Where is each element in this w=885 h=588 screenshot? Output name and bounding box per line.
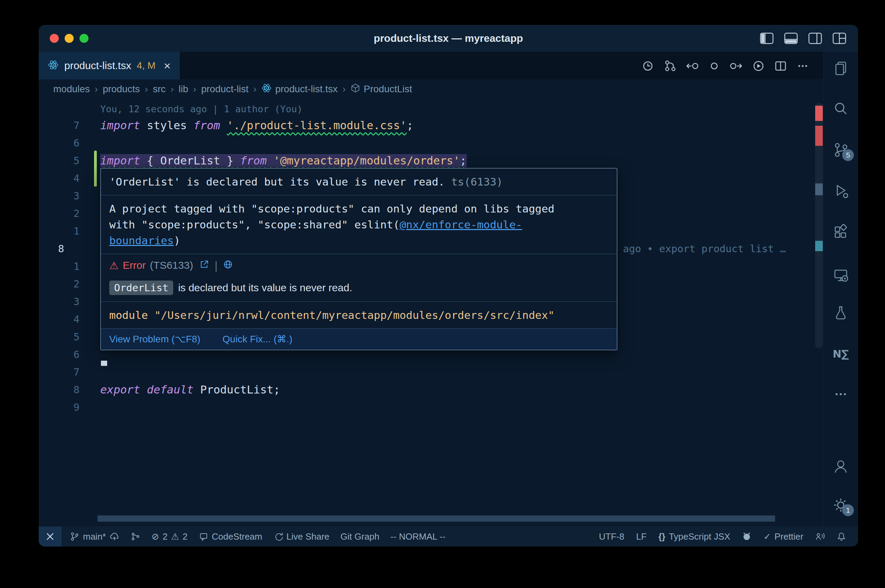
- code-token: import: [100, 154, 140, 167]
- liveshare-icon: [273, 532, 283, 542]
- code-token: [140, 383, 147, 396]
- open-changes-icon[interactable]: [664, 59, 676, 72]
- breadcrumb-item[interactable]: product-list: [201, 84, 249, 94]
- code-token: styles: [140, 119, 194, 132]
- vim-mode-label: -- NORMAL --: [391, 531, 446, 542]
- breadcrumb-label: product-list: [201, 84, 249, 94]
- code-line-row[interactable]: 8export default ProductList;: [39, 381, 823, 399]
- breadcrumb-item[interactable]: lib: [179, 84, 188, 94]
- breadcrumb-item[interactable]: product-list.tsx: [261, 83, 338, 96]
- sync-cloud-icon: [109, 531, 120, 542]
- code-line-row[interactable]: 5import { OrderList } from '@myreactapp/…: [39, 152, 823, 170]
- next-change-icon[interactable]: [730, 59, 742, 72]
- eol-status-item[interactable]: LF: [636, 531, 646, 542]
- breadcrumb-separator: ›: [95, 84, 98, 94]
- view-problem-link[interactable]: View Problem (⌥F8): [109, 332, 200, 346]
- remote-explorer-icon[interactable]: [823, 267, 858, 284]
- commit-graph-item[interactable]: [131, 532, 140, 542]
- problems-status-item[interactable]: ⊘ 2 ⚠ 2: [152, 531, 187, 542]
- quick-fix-link[interactable]: Quick Fix... (⌘.): [222, 332, 293, 346]
- code-token: ProductList;: [194, 383, 280, 396]
- overview-ruler-mark: [815, 241, 823, 251]
- breadcrumb-item[interactable]: src: [153, 84, 165, 94]
- breadcrumb-item[interactable]: ProductList: [350, 83, 412, 95]
- vscode-window: product-list.tsx — myreactapp: [39, 25, 858, 546]
- code-token: { OrderList }: [140, 154, 240, 167]
- split-editor-icon[interactable]: [774, 59, 787, 72]
- horizontal-scrollbar[interactable]: [98, 516, 775, 522]
- customize-layout-icon[interactable]: [832, 33, 846, 44]
- gitgraph-status-item[interactable]: Git Graph: [341, 531, 380, 542]
- more-views-icon[interactable]: [823, 386, 858, 402]
- nx-console-icon[interactable]: N∑: [823, 345, 858, 362]
- line-number: 4: [39, 170, 100, 187]
- search-icon[interactable]: [823, 100, 858, 117]
- liveshare-label: Live Share: [287, 531, 329, 542]
- change-indicator-icon[interactable]: [708, 59, 720, 72]
- line-number: 7: [39, 363, 100, 381]
- toggle-panel-icon[interactable]: [784, 33, 798, 44]
- remote-indicator[interactable]: [39, 526, 62, 546]
- encoding-label: UTF-8: [599, 531, 624, 542]
- github-icon: [742, 532, 751, 542]
- errors-icon: ⊘: [152, 531, 159, 542]
- globe-icon[interactable]: [223, 259, 233, 272]
- line-number: 2: [39, 205, 100, 222]
- language-status-item[interactable]: {} TypeScript JSX: [658, 531, 730, 542]
- warnings-count: 2: [183, 531, 187, 542]
- code-line-row[interactable]: 6: [39, 134, 823, 152]
- codestream-status-item[interactable]: CodeStream: [199, 531, 262, 542]
- eslint-rule-link-wrap[interactable]: boundaries: [109, 234, 174, 247]
- code-token: from: [194, 119, 220, 132]
- breadcrumb-item[interactable]: modules: [53, 84, 90, 94]
- toggle-sidebar-icon[interactable]: [760, 33, 774, 44]
- layout-controls: [760, 25, 846, 52]
- line-number: 8: [39, 240, 100, 258]
- toggle-secondary-sidebar-icon[interactable]: [808, 33, 822, 44]
- eslint-rule-link[interactable]: @nx/enforce-module-: [400, 218, 522, 231]
- branch-status-item[interactable]: main*: [70, 531, 120, 542]
- liveshare-status-item[interactable]: Live Share: [273, 531, 329, 542]
- breadcrumb-separator: ›: [193, 84, 196, 94]
- errors-count: 2: [162, 531, 167, 542]
- settings-gear-icon[interactable]: 1: [823, 497, 858, 513]
- github-status-item[interactable]: [742, 532, 751, 542]
- extensions-icon[interactable]: [823, 224, 858, 240]
- prettier-status-item[interactable]: ✓ Prettier: [763, 531, 804, 542]
- breadcrumb-label: ProductList: [364, 84, 412, 94]
- tab-dirty-badge: 4, M: [137, 60, 155, 71]
- tab-bar: product-list.tsx 4, M ×: [39, 52, 823, 80]
- more-actions-icon[interactable]: [796, 59, 809, 72]
- tab-product-list[interactable]: product-list.tsx 4, M ×: [39, 52, 180, 80]
- tab-close-icon[interactable]: ×: [164, 60, 171, 72]
- code-line-row[interactable]: 9: [39, 399, 823, 416]
- encoding-status-item[interactable]: UTF-8: [599, 531, 624, 542]
- cube-icon: [350, 83, 360, 95]
- code-token: export: [100, 383, 140, 396]
- feedback-status-item[interactable]: [815, 532, 825, 542]
- account-icon[interactable]: [823, 458, 858, 475]
- code-token: ;: [407, 119, 413, 132]
- open-external-icon[interactable]: [200, 259, 209, 272]
- testing-icon[interactable]: [823, 304, 858, 321]
- source-control-icon[interactable]: 5: [823, 142, 858, 158]
- breadcrumb-label: modules: [53, 84, 90, 94]
- run-debug-icon[interactable]: [823, 182, 858, 199]
- timeline-icon[interactable]: [642, 59, 654, 72]
- code-line: export default ProductList;: [100, 381, 280, 399]
- eslint-line1: A project tagged with "scope:products" c…: [109, 202, 554, 215]
- explorer-icon[interactable]: [823, 60, 858, 77]
- desktop-background: product-list.tsx — myreactapp: [0, 0, 885, 588]
- detail-text: is declared but its value is never read.: [178, 282, 352, 294]
- line-number: 9: [39, 399, 100, 416]
- line-number: 5: [39, 328, 100, 346]
- previous-change-icon[interactable]: [686, 59, 698, 72]
- notifications-status-item[interactable]: [837, 532, 846, 542]
- code-line-row[interactable]: 7: [39, 363, 823, 381]
- breadcrumb-item[interactable]: products: [103, 84, 140, 94]
- hover-error-row: ⚠ Error (TS6133) |: [101, 254, 617, 276]
- run-file-icon[interactable]: [752, 59, 765, 72]
- code-line-row[interactable]: 7import styles from './product-list.modu…: [39, 117, 823, 134]
- diagnostic-hover-popup: 'OrderList' is declared but its value is…: [100, 168, 618, 350]
- hover-resize-grip[interactable]: [101, 361, 107, 366]
